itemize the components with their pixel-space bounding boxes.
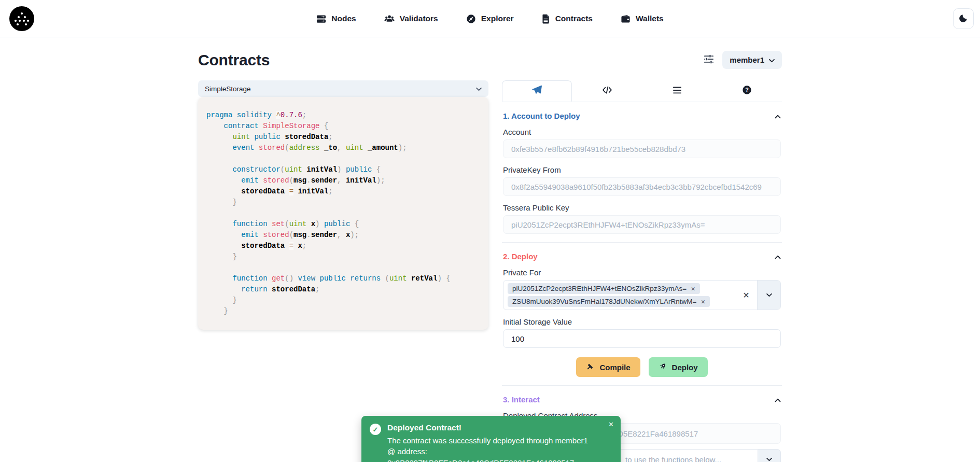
nav-item-wallets[interactable]: Wallets — [621, 14, 664, 24]
member-selector-value: member1 — [730, 55, 764, 64]
navbar: Nodes Validators Explorer Contracts Wall… — [0, 0, 980, 37]
tag-value: piU2051ZcP2ecpt3REthHJFW4+tENOsZikRpz33y… — [512, 285, 687, 292]
private-for-tag: ZSU8mUuok39VuSnsFmHal178JdUNekw/XmYLArRn… — [508, 296, 710, 307]
nav-item-nodes[interactable]: Nodes — [316, 14, 356, 24]
compass-icon — [466, 14, 476, 24]
page-title: Contracts — [198, 51, 270, 69]
accordion-header-interact[interactable]: 3. Interact — [503, 395, 781, 404]
section-heading: 2. Deploy — [503, 252, 538, 261]
private-for-multiselect[interactable]: piU2051ZcP2ecpt3REthHJFW4+tENOsZikRpz33y… — [503, 280, 781, 310]
section-account-to-deploy: 1. Account to Deploy Account PrivateKey … — [502, 102, 782, 242]
main-content: Contracts member1 SimpleStorage pragma s… — [198, 51, 782, 462]
tessera-key-label: Tessera Public Key — [503, 203, 781, 212]
toast-success: ✓ Deployed Contract! The contract was su… — [361, 416, 621, 462]
hammer-icon — [586, 362, 594, 372]
nav-item-label: Validators — [400, 14, 438, 23]
dark-mode-toggle[interactable] — [953, 8, 974, 29]
file-icon — [542, 14, 550, 24]
svg-text:?: ? — [745, 87, 749, 93]
nav-item-explorer[interactable]: Explorer — [466, 14, 514, 24]
question-icon: ? — [742, 85, 752, 97]
chevron-up-icon — [775, 252, 781, 261]
section-deploy: 2. Deploy Private For piU2051ZcP2ecpt3RE… — [502, 242, 782, 385]
tab-help[interactable]: ? — [712, 80, 782, 102]
solidity-code-block: pragma solidity ^0.7.6; contract SimpleS… — [198, 97, 488, 330]
tag-close-icon[interactable]: ✕ — [701, 299, 706, 305]
paper-plane-icon — [532, 85, 542, 97]
multiselect-clear-icon[interactable]: ✕ — [735, 281, 757, 310]
list-icon — [673, 86, 682, 96]
nav-item-label: Wallets — [636, 14, 664, 23]
initial-storage-label: Initial Storage Value — [503, 317, 781, 326]
privatekey-input[interactable] — [503, 177, 781, 196]
nav-item-label: Nodes — [331, 14, 356, 23]
deploy-button-label: Deploy — [672, 363, 698, 372]
accordion-header-account[interactable]: 1. Account to Deploy — [503, 111, 781, 120]
sliders-icon[interactable] — [703, 54, 715, 66]
private-for-tags: piU2051ZcP2ecpt3REthHJFW4+tENOsZikRpz33y… — [503, 281, 735, 310]
section-heading: 1. Account to Deploy — [503, 111, 580, 120]
nav-item-label: Explorer — [481, 14, 514, 23]
chevron-up-icon — [775, 395, 781, 404]
tab-code[interactable] — [572, 80, 642, 102]
toast-close-icon[interactable]: ✕ — [608, 421, 614, 428]
tessera-key-input[interactable] — [503, 215, 781, 234]
deploy-button[interactable]: Deploy — [649, 357, 708, 377]
privatekey-label: PrivateKey From — [503, 165, 781, 174]
deploy-actions: Compile Deploy — [503, 357, 781, 377]
accordion-header-deploy[interactable]: 2. Deploy — [503, 252, 781, 261]
main-nav: Nodes Validators Explorer Contracts Wall… — [0, 0, 980, 37]
users-icon — [384, 14, 395, 24]
chevron-up-icon — [775, 111, 781, 120]
tab-logs[interactable] — [642, 80, 712, 102]
chevron-down-icon — [769, 55, 775, 64]
contract-select[interactable]: SimpleStorage — [198, 80, 488, 97]
toast-title: Deployed Contract! — [387, 423, 597, 432]
account-label: Account — [503, 128, 781, 136]
tag-value: ZSU8mUuok39VuSnsFmHal178JdUNekw/XmYLArRn… — [512, 298, 697, 305]
section-heading: 3. Interact — [503, 395, 540, 404]
wallet-icon — [621, 14, 631, 24]
moon-icon — [959, 13, 968, 24]
nav-item-contracts[interactable]: Contracts — [542, 14, 593, 24]
deploy-panel: ? 1. Account to Deploy Account PrivateKe… — [502, 80, 782, 462]
contract-select-value: SimpleStorage — [205, 85, 251, 93]
initial-storage-input[interactable] — [503, 329, 781, 348]
private-for-label: Private For — [503, 268, 781, 277]
tab-deploy[interactable] — [502, 80, 572, 102]
member-selector[interactable]: member1 — [722, 51, 782, 69]
content-columns: SimpleStorage pragma solidity ^0.7.6; co… — [198, 80, 782, 462]
multiselect-chevron-down-icon[interactable] — [757, 281, 780, 310]
rocket-icon — [659, 362, 667, 372]
chevron-down-icon — [476, 85, 482, 93]
function-select-chevron-down-icon[interactable] — [758, 449, 781, 462]
nav-item-validators[interactable]: Validators — [384, 14, 438, 24]
server-icon — [316, 14, 326, 24]
compile-button-label: Compile — [599, 363, 630, 372]
tag-close-icon[interactable]: ✕ — [691, 286, 695, 292]
check-circle-icon: ✓ — [370, 424, 381, 435]
toast-message: The contract was successfully deployed t… — [387, 435, 597, 462]
page-header: Contracts member1 — [198, 51, 782, 69]
nav-item-label: Contracts — [555, 14, 593, 23]
toast-body: Deployed Contract! The contract was succ… — [387, 423, 597, 462]
code-icon — [602, 86, 612, 96]
compile-button[interactable]: Compile — [576, 357, 640, 377]
contract-source-column: SimpleStorage pragma solidity ^0.7.6; co… — [198, 80, 488, 330]
account-input[interactable] — [503, 139, 781, 158]
panel-tabs: ? — [502, 80, 782, 102]
header-controls: member1 — [703, 51, 782, 69]
private-for-tag: piU2051ZcP2ecpt3REthHJFW4+tENOsZikRpz33y… — [508, 283, 700, 294]
